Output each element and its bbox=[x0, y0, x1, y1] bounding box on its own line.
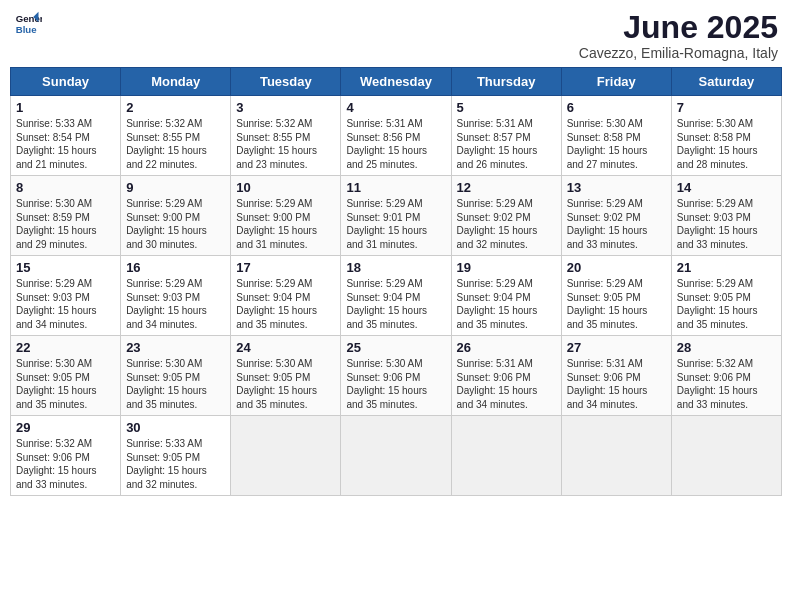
day-number: 18 bbox=[346, 260, 445, 275]
cell-info: Sunrise: 5:29 AM bbox=[16, 277, 115, 291]
cell-info: Daylight: 15 hours bbox=[567, 224, 666, 238]
cell-info: Sunset: 9:06 PM bbox=[346, 371, 445, 385]
cell-info: Sunrise: 5:32 AM bbox=[236, 117, 335, 131]
cell-info: and 35 minutes. bbox=[346, 318, 445, 332]
cell-info: and 29 minutes. bbox=[16, 238, 115, 252]
day-number: 30 bbox=[126, 420, 225, 435]
cell-info: Daylight: 15 hours bbox=[126, 384, 225, 398]
cell-info: and 30 minutes. bbox=[126, 238, 225, 252]
cell-info: Daylight: 15 hours bbox=[16, 384, 115, 398]
day-number: 16 bbox=[126, 260, 225, 275]
calendar-cell: 10Sunrise: 5:29 AMSunset: 9:00 PMDayligh… bbox=[231, 176, 341, 256]
calendar-cell bbox=[451, 416, 561, 496]
cell-info: and 34 minutes. bbox=[457, 398, 556, 412]
day-number: 25 bbox=[346, 340, 445, 355]
cell-info: Daylight: 15 hours bbox=[457, 224, 556, 238]
cell-info: Sunrise: 5:29 AM bbox=[346, 277, 445, 291]
day-number: 8 bbox=[16, 180, 115, 195]
cell-info: and 31 minutes. bbox=[236, 238, 335, 252]
calendar-cell bbox=[561, 416, 671, 496]
calendar-cell: 8Sunrise: 5:30 AMSunset: 8:59 PMDaylight… bbox=[11, 176, 121, 256]
day-number: 14 bbox=[677, 180, 776, 195]
cell-info: Sunset: 9:02 PM bbox=[457, 211, 556, 225]
cell-info: Sunrise: 5:29 AM bbox=[567, 277, 666, 291]
day-number: 15 bbox=[16, 260, 115, 275]
cell-info: Daylight: 15 hours bbox=[126, 304, 225, 318]
cell-info: and 35 minutes. bbox=[16, 398, 115, 412]
cell-info: Daylight: 15 hours bbox=[236, 224, 335, 238]
cell-info: Daylight: 15 hours bbox=[236, 384, 335, 398]
calendar-cell: 5Sunrise: 5:31 AMSunset: 8:57 PMDaylight… bbox=[451, 96, 561, 176]
cell-info: Sunset: 9:05 PM bbox=[236, 371, 335, 385]
calendar-cell: 7Sunrise: 5:30 AMSunset: 8:58 PMDaylight… bbox=[671, 96, 781, 176]
day-number: 26 bbox=[457, 340, 556, 355]
cell-info: and 35 minutes. bbox=[457, 318, 556, 332]
col-header-tuesday: Tuesday bbox=[231, 68, 341, 96]
calendar-cell: 15Sunrise: 5:29 AMSunset: 9:03 PMDayligh… bbox=[11, 256, 121, 336]
day-number: 20 bbox=[567, 260, 666, 275]
calendar-cell: 26Sunrise: 5:31 AMSunset: 9:06 PMDayligh… bbox=[451, 336, 561, 416]
location: Cavezzo, Emilia-Romagna, Italy bbox=[579, 45, 778, 61]
cell-info: Sunrise: 5:30 AM bbox=[126, 357, 225, 371]
cell-info: Daylight: 15 hours bbox=[457, 144, 556, 158]
calendar-cell: 16Sunrise: 5:29 AMSunset: 9:03 PMDayligh… bbox=[121, 256, 231, 336]
day-number: 19 bbox=[457, 260, 556, 275]
cell-info: and 28 minutes. bbox=[677, 158, 776, 172]
calendar-table: SundayMondayTuesdayWednesdayThursdayFrid… bbox=[10, 67, 782, 496]
calendar-cell: 24Sunrise: 5:30 AMSunset: 9:05 PMDayligh… bbox=[231, 336, 341, 416]
cell-info: Sunset: 9:04 PM bbox=[346, 291, 445, 305]
calendar-cell: 1Sunrise: 5:33 AMSunset: 8:54 PMDaylight… bbox=[11, 96, 121, 176]
calendar-cell: 14Sunrise: 5:29 AMSunset: 9:03 PMDayligh… bbox=[671, 176, 781, 256]
cell-info: Sunrise: 5:33 AM bbox=[16, 117, 115, 131]
day-number: 11 bbox=[346, 180, 445, 195]
day-number: 23 bbox=[126, 340, 225, 355]
cell-info: Sunset: 8:55 PM bbox=[236, 131, 335, 145]
cell-info: and 22 minutes. bbox=[126, 158, 225, 172]
day-number: 21 bbox=[677, 260, 776, 275]
calendar-cell: 13Sunrise: 5:29 AMSunset: 9:02 PMDayligh… bbox=[561, 176, 671, 256]
page-header: General Blue June 2025 Cavezzo, Emilia-R… bbox=[10, 10, 782, 61]
cell-info: Sunset: 8:58 PM bbox=[677, 131, 776, 145]
calendar-cell: 9Sunrise: 5:29 AMSunset: 9:00 PMDaylight… bbox=[121, 176, 231, 256]
cell-info: Sunset: 9:04 PM bbox=[457, 291, 556, 305]
day-number: 28 bbox=[677, 340, 776, 355]
cell-info: Sunrise: 5:32 AM bbox=[126, 117, 225, 131]
calendar-cell: 29Sunrise: 5:32 AMSunset: 9:06 PMDayligh… bbox=[11, 416, 121, 496]
cell-info: Daylight: 15 hours bbox=[346, 144, 445, 158]
cell-info: Sunrise: 5:31 AM bbox=[346, 117, 445, 131]
day-number: 2 bbox=[126, 100, 225, 115]
header-row: SundayMondayTuesdayWednesdayThursdayFrid… bbox=[11, 68, 782, 96]
cell-info: and 35 minutes. bbox=[346, 398, 445, 412]
cell-info: Sunset: 8:55 PM bbox=[126, 131, 225, 145]
calendar-cell: 28Sunrise: 5:32 AMSunset: 9:06 PMDayligh… bbox=[671, 336, 781, 416]
day-number: 17 bbox=[236, 260, 335, 275]
calendar-cell: 23Sunrise: 5:30 AMSunset: 9:05 PMDayligh… bbox=[121, 336, 231, 416]
cell-info: Sunrise: 5:29 AM bbox=[457, 197, 556, 211]
cell-info: Sunrise: 5:30 AM bbox=[346, 357, 445, 371]
calendar-cell: 27Sunrise: 5:31 AMSunset: 9:06 PMDayligh… bbox=[561, 336, 671, 416]
cell-info: Daylight: 15 hours bbox=[677, 384, 776, 398]
col-header-wednesday: Wednesday bbox=[341, 68, 451, 96]
cell-info: and 33 minutes. bbox=[567, 238, 666, 252]
cell-info: Sunset: 9:05 PM bbox=[567, 291, 666, 305]
cell-info: and 33 minutes. bbox=[677, 238, 776, 252]
cell-info: Daylight: 15 hours bbox=[126, 224, 225, 238]
cell-info: and 32 minutes. bbox=[126, 478, 225, 492]
cell-info: Daylight: 15 hours bbox=[126, 464, 225, 478]
cell-info: Sunrise: 5:29 AM bbox=[236, 277, 335, 291]
day-number: 24 bbox=[236, 340, 335, 355]
day-number: 29 bbox=[16, 420, 115, 435]
day-number: 12 bbox=[457, 180, 556, 195]
month-title: June 2025 bbox=[579, 10, 778, 45]
col-header-monday: Monday bbox=[121, 68, 231, 96]
cell-info: Daylight: 15 hours bbox=[236, 304, 335, 318]
day-number: 10 bbox=[236, 180, 335, 195]
cell-info: and 35 minutes. bbox=[567, 318, 666, 332]
cell-info: and 23 minutes. bbox=[236, 158, 335, 172]
cell-info: Sunrise: 5:29 AM bbox=[677, 197, 776, 211]
cell-info: Daylight: 15 hours bbox=[677, 144, 776, 158]
cell-info: Sunset: 9:06 PM bbox=[16, 451, 115, 465]
cell-info: Sunset: 9:00 PM bbox=[236, 211, 335, 225]
day-number: 3 bbox=[236, 100, 335, 115]
calendar-cell: 30Sunrise: 5:33 AMSunset: 9:05 PMDayligh… bbox=[121, 416, 231, 496]
